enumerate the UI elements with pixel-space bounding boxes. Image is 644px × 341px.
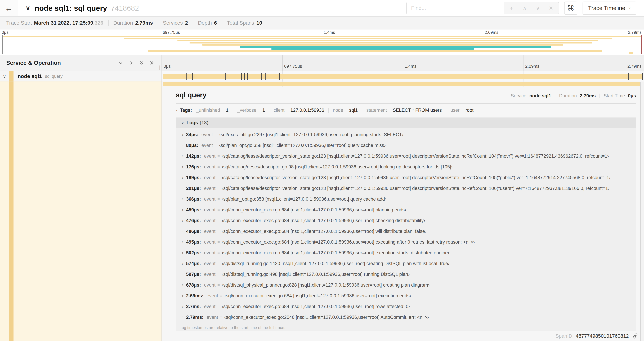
equals-sign: = — [218, 164, 220, 169]
log-row[interactable]: › 176μs: event = ‹sql/catalog/descs/desc… — [176, 161, 636, 172]
trace-collapse-chevron-icon[interactable]: ∨ — [26, 5, 30, 11]
command-icon: ⌘ — [567, 5, 574, 12]
equals-sign: = — [215, 132, 217, 137]
trace-start-value: March 31 2022, 17:25:09.326 — [34, 20, 103, 26]
log-value: ‹sql/conn_executor_exec.go:2046 [nsql1,c… — [224, 315, 429, 320]
span-duration-bar[interactable] — [163, 74, 642, 79]
timeline-ruler: 0μs697.75μs1.4ms2.09ms2.79ms — [162, 55, 644, 71]
tag-value: 127.0.0.1:59936 — [290, 108, 324, 113]
log-value: ‹sql/plan_opt.go:358 [nsql1,client=127.0… — [219, 143, 386, 148]
log-row[interactable]: › 502μs: event = ‹sql/conn_executor_exec… — [176, 247, 636, 258]
tags-row[interactable]: › Tags: _unfinished = 1 _verbose = 1 cli… — [176, 108, 636, 113]
prev-result-icon[interactable]: ∧ — [522, 5, 528, 11]
logs-header[interactable]: ∨ Logs (18) — [176, 118, 636, 128]
find-input[interactable] — [407, 2, 504, 14]
trace-timeline-page: ← ∨ node sql1: sql query 7418682 ⌖ ∧ ∨ ✕… — [0, 0, 644, 341]
log-marker-tick — [642, 73, 642, 80]
view-selector-button[interactable]: Trace Timeline ∨ — [582, 2, 636, 15]
tag-value: 1 — [226, 108, 228, 113]
log-field-name: event — [204, 175, 216, 180]
log-field-name: event — [204, 239, 216, 245]
span-row-node-sql1[interactable]: ∨ node sql1 sql query — [0, 71, 162, 82]
chevron-right-icon: › — [179, 272, 186, 276]
chevron-right-icon: › — [179, 229, 186, 233]
log-row[interactable]: › 597μs: event = ‹sql/distsql_running.go… — [176, 269, 636, 280]
log-row[interactable]: › 189μs: event = ‹sql/catalog/lease/desc… — [176, 172, 636, 183]
equals-sign: = — [218, 175, 220, 180]
depth-label: Depth — [198, 20, 212, 26]
deep-link-icon[interactable] — [632, 333, 638, 339]
log-marker-tick — [248, 73, 248, 80]
log-marker-tick — [244, 73, 244, 80]
log-row[interactable]: › 486μs: event = ‹sql/conn_executor_exec… — [176, 226, 636, 237]
log-row[interactable]: › 2.69ms: event = ‹sql/conn_executor_exe… — [176, 290, 636, 301]
log-timestamp: 142μs: — [186, 154, 201, 159]
divider — [269, 108, 269, 113]
timeline-main: Service & Operation ∥ ∨ node sql1 sql qu… — [0, 55, 644, 341]
log-row[interactable]: › 201μs: event = ‹sql/catalog/lease/desc… — [176, 183, 636, 194]
chevron-right-icon: › — [179, 143, 186, 147]
equals-sign: = — [218, 229, 220, 234]
minimap-canvas[interactable] — [2, 35, 642, 54]
equals-sign: = — [222, 108, 224, 113]
equals-sign: = — [218, 240, 220, 244]
log-row[interactable]: › 476μs: event = ‹sql/conn_executor_exec… — [176, 215, 636, 226]
log-field-name: event — [202, 143, 213, 148]
tag-item: _verbose = 1 — [237, 108, 265, 113]
minimap-span-bar — [272, 48, 474, 50]
span-collapse-chevron-icon[interactable]: ∨ — [0, 74, 9, 79]
log-row[interactable]: › 142μs: event = ‹sql/catalog/lease/desc… — [176, 151, 636, 161]
minimap-left-scrubber[interactable] — [2, 35, 2, 54]
log-row[interactable]: › 459μs: event = ‹sql/conn_executor_exec… — [176, 204, 636, 215]
next-result-icon[interactable]: ∨ — [535, 5, 541, 11]
tag-value: sql1 — [349, 108, 358, 113]
tag-key: statement — [366, 108, 387, 113]
log-marker-tick — [168, 73, 168, 80]
log-row[interactable]: › 2.7ms: event = ‹sql/conn_executor_exec… — [176, 301, 636, 312]
expand-all-icon[interactable] — [150, 60, 154, 66]
divider — [193, 20, 193, 26]
log-row[interactable]: › 80μs: event = ‹sql/plan_opt.go:358 [ns… — [176, 140, 636, 151]
divider — [176, 103, 636, 104]
span-bar-row[interactable] — [162, 71, 644, 82]
back-arrow-icon: ← — [5, 4, 13, 12]
expand-one-icon[interactable] — [129, 60, 134, 66]
log-row[interactable]: › 366μs: event = ‹sql/plan_opt.go:358 [n… — [176, 194, 636, 204]
minimap-right-scrubber[interactable] — [642, 35, 642, 54]
time-tick-label: 2.09ms — [485, 30, 498, 35]
service-value: node sql1 — [530, 93, 551, 99]
service-operation-title: Service & Operation — [6, 60, 61, 66]
minimap-span-bar — [124, 38, 612, 39]
log-field-name: event — [204, 207, 216, 213]
tag-item: statement = SELECT * FROM users — [366, 108, 442, 113]
chevron-right-icon: › — [179, 294, 186, 298]
log-timestamp: 176μs: — [186, 164, 201, 170]
log-row[interactable]: › 574μs: event = ‹sql/distsql_running.go… — [176, 258, 636, 269]
column-resizer-grip[interactable]: ∥ — [158, 65, 160, 70]
locate-icon[interactable]: ⌖ — [508, 5, 515, 11]
detail-scrollbar[interactable] — [640, 82, 644, 341]
clear-search-icon[interactable]: ✕ — [548, 5, 554, 11]
keyboard-shortcuts-button[interactable]: ⌘ — [564, 2, 577, 15]
back-button[interactable]: ← — [0, 0, 18, 16]
tag-key: client — [274, 108, 284, 113]
span-service-name: node sql1 — [18, 73, 42, 79]
log-row[interactable]: › 495μs: event = ‹sql/conn_executor_exec… — [176, 237, 636, 247]
log-row[interactable]: › 2.79ms: event = ‹sql/conn_executor_exe… — [176, 312, 636, 323]
collapse-one-icon[interactable] — [118, 60, 124, 66]
log-row[interactable]: › 678μs: event = ‹sql/distsql_physical_p… — [176, 280, 636, 290]
log-timestamp: 678μs: — [186, 282, 201, 288]
log-row[interactable]: › 34μs: event = ‹sql/exec_util.go:2297 [… — [176, 129, 636, 140]
duration-value: 2.79ms — [135, 20, 153, 26]
tag-value: SELECT * FROM users — [393, 108, 442, 113]
log-value: ‹sql/conn_executor_exec.go:684 [nsql1,cl… — [222, 250, 450, 256]
minimap-span-bar — [2, 36, 642, 37]
time-tick-label: 2.79ms — [628, 64, 642, 69]
time-tick-label: 2.09ms — [525, 64, 540, 69]
collapse-all-icon[interactable] — [139, 60, 144, 66]
minimap-span-bar — [629, 52, 633, 54]
tag-key: _verbose — [237, 108, 256, 113]
log-timestamp: 476μs: — [186, 218, 201, 223]
span-tree-background — [0, 82, 162, 341]
equals-sign: = — [389, 108, 391, 113]
